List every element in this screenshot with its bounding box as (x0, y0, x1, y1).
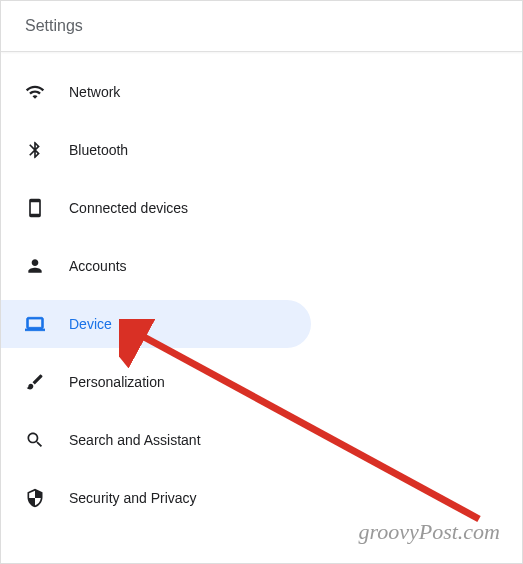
brush-icon (25, 372, 45, 392)
wifi-icon (25, 82, 45, 102)
bluetooth-icon (25, 140, 45, 160)
search-icon (25, 430, 45, 450)
sidebar-item-label: Accounts (69, 258, 127, 274)
sidebar-item-search-assistant[interactable]: Search and Assistant (1, 416, 311, 464)
sidebar-item-label: Security and Privacy (69, 490, 197, 506)
sidebar-item-label: Network (69, 84, 120, 100)
sidebar-item-accounts[interactable]: Accounts (1, 242, 311, 290)
sidebar-item-label: Connected devices (69, 200, 188, 216)
sidebar-item-bluetooth[interactable]: Bluetooth (1, 126, 311, 174)
sidebar-item-personalization[interactable]: Personalization (1, 358, 311, 406)
sidebar-item-label: Bluetooth (69, 142, 128, 158)
connected-devices-icon (25, 198, 45, 218)
sidebar-item-label: Device (69, 316, 112, 332)
sidebar-item-label: Personalization (69, 374, 165, 390)
person-icon (25, 256, 45, 276)
shield-icon (25, 488, 45, 508)
page-title: Settings (25, 17, 498, 35)
sidebar-item-device[interactable]: Device (1, 300, 311, 348)
sidebar-item-connected-devices[interactable]: Connected devices (1, 184, 311, 232)
watermark: groovyPost.com (358, 519, 500, 545)
sidebar: Network Bluetooth Connected devices Acco… (1, 52, 522, 522)
laptop-icon (25, 314, 45, 334)
sidebar-item-network[interactable]: Network (1, 68, 311, 116)
header: Settings (1, 1, 522, 52)
sidebar-item-security-privacy[interactable]: Security and Privacy (1, 474, 311, 522)
sidebar-item-label: Search and Assistant (69, 432, 201, 448)
